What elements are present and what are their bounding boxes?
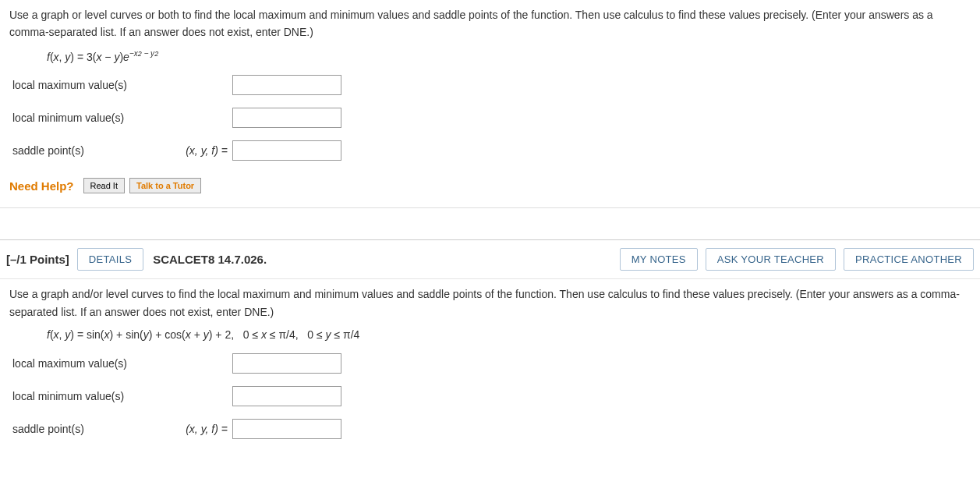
q2-local-min-label: local minimum value(s) [9,390,173,402]
question-ref: SCALCET8 14.7.026. [153,253,267,266]
q1-saddle-prefix: (x, y, f) = [173,144,228,157]
question-2-header: [–/1 Points] DETAILS SCALCET8 14.7.026. … [0,239,980,279]
q1-local-max-row: local maximum value(s) [9,69,971,101]
q1-saddle-input[interactable] [232,140,341,161]
read-it-button[interactable]: Read It [83,178,125,193]
points-label: [–/1 Points] [6,253,69,266]
q2-saddle-row: saddle point(s) (x, y, f) = [9,413,971,445]
header-actions: MY NOTES ASK YOUR TEACHER PRACTICE ANOTH… [620,248,974,271]
q1-local-min-label: local minimum value(s) [9,112,173,124]
q2-local-max-row: local maximum value(s) [9,347,971,380]
q2-saddle-prefix: (x, y, f) = [173,423,228,435]
need-help-row: Need Help? Read It Talk to a Tutor [9,178,971,193]
q2-local-min-input[interactable] [232,386,341,406]
q2-prompt: Use a graph and/or level curves to find … [9,285,971,321]
q1-local-max-label: local maximum value(s) [9,79,173,91]
q2-local-min-row: local minimum value(s) [9,380,971,413]
q1-prompt: Use a graph or level curves or both to f… [9,6,971,41]
q1-formula: f(x, y) = 3(x − y)e−x2 − y2 [9,46,971,69]
need-help-title: Need Help? [9,179,74,193]
talk-to-tutor-button[interactable]: Talk to a Tutor [129,178,201,193]
details-button[interactable]: DETAILS [77,248,143,271]
q2-local-max-input[interactable] [232,353,341,374]
question-2: Use a graph and/or level curves to find … [0,279,980,459]
practice-another-button[interactable]: PRACTICE ANOTHER [844,248,974,271]
q1-local-max-input[interactable] [232,75,341,95]
q1-saddle-row: saddle point(s) (x, y, f) = [9,134,971,167]
q2-saddle-input[interactable] [232,419,341,439]
q1-local-min-row: local minimum value(s) [9,101,971,134]
q2-formula: f(x, y) = sin(x) + sin(y) + cos(x + y) +… [9,325,971,347]
q2-local-max-label: local maximum value(s) [9,357,173,370]
question-1: Use a graph or level curves or both to f… [0,0,980,208]
q1-saddle-label: saddle point(s) [9,144,173,157]
q2-saddle-label: saddle point(s) [9,423,173,435]
ask-teacher-button[interactable]: ASK YOUR TEACHER [706,248,836,271]
my-notes-button[interactable]: MY NOTES [620,248,698,271]
q1-local-min-input[interactable] [232,108,341,128]
